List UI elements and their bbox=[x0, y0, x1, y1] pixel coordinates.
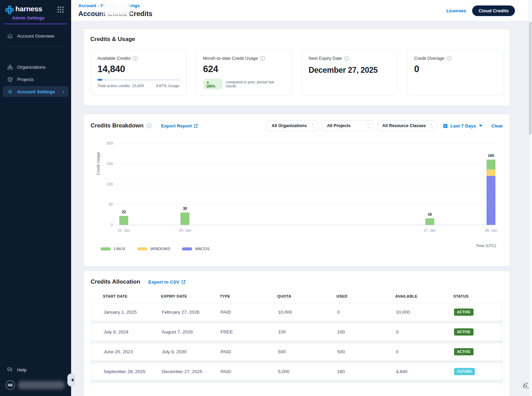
bar-value-label: 22 bbox=[114, 210, 134, 214]
cloud-credits-button[interactable]: Cloud Credits bbox=[472, 5, 515, 16]
calendar-icon bbox=[443, 123, 448, 128]
credits-breakdown-title: Credits Breakdown bbox=[91, 122, 144, 129]
module-subtitle: Admin Settings bbox=[12, 15, 71, 21]
cell-expiry: July 8, 2030 bbox=[162, 349, 221, 354]
y-tick-label: 150 bbox=[99, 162, 113, 166]
column-header: EXPIRY DATE bbox=[161, 294, 220, 298]
collapse-arrow-icon bbox=[71, 378, 74, 382]
chevron-down-icon: ˆˍ bbox=[426, 124, 433, 128]
user-row[interactable]: NB bbox=[0, 375, 71, 393]
legend-item-macos[interactable]: MACOS bbox=[182, 247, 210, 251]
bar-segment-macos bbox=[487, 176, 495, 225]
legend-swatch bbox=[101, 247, 111, 250]
scrollbar[interactable] bbox=[529, 0, 532, 396]
cell-used: 500 bbox=[337, 349, 396, 354]
stat-label: Available Credits bbox=[97, 56, 131, 61]
resource-classes-select[interactable]: All Resource Classesˆˍ bbox=[377, 120, 437, 131]
sidebar: harness Admin Settings Account Overview … bbox=[0, 0, 71, 396]
clear-filters-link[interactable]: Clear bbox=[491, 123, 503, 128]
available-credits-value: 14,840 bbox=[97, 64, 179, 74]
info-icon[interactable]: i bbox=[133, 56, 138, 61]
chevron-right-icon: › bbox=[63, 89, 64, 94]
y-tick-label: 100 bbox=[99, 182, 113, 186]
sidebar-bottom: ? Help NB bbox=[0, 364, 71, 396]
chart-bar-22-jan[interactable] bbox=[119, 216, 128, 225]
projects-select[interactable]: All Projectsˆˍ bbox=[322, 120, 373, 131]
legend-label: LINUX bbox=[114, 247, 125, 251]
gridline bbox=[116, 184, 496, 184]
cell-start: September 28, 2025 bbox=[104, 369, 162, 374]
allocation-header: START DATEEXPIRY DATETYPEQUOTAUSEDAVAILA… bbox=[91, 294, 503, 303]
bar-value-label: 16 bbox=[420, 212, 440, 216]
cell-expiry: August 7, 2028 bbox=[162, 329, 221, 334]
chart-bar-27-jan[interactable] bbox=[425, 218, 434, 225]
cell-start: January 1, 2025 bbox=[104, 310, 162, 315]
licenses-link[interactable]: Licenses bbox=[447, 8, 466, 13]
sidebar-item-account-overview[interactable]: Account Overview bbox=[3, 30, 68, 41]
nav-divider bbox=[4, 46, 67, 46]
sidebar-item-label: Account Overview bbox=[17, 33, 54, 39]
date-range-label: Last 7 Days bbox=[450, 123, 476, 128]
info-icon[interactable]: i bbox=[447, 56, 451, 61]
sidebar-item-organizations[interactable]: Organizations bbox=[3, 62, 68, 72]
chart-legend: LINUXWINDOWSMACOS bbox=[101, 247, 210, 251]
app-grid-menu-icon[interactable] bbox=[57, 6, 64, 13]
gridline bbox=[116, 163, 496, 164]
bar-segment-linux bbox=[181, 213, 189, 225]
export-csv-link[interactable]: Export to CSV bbox=[148, 279, 186, 285]
scrollbar-thumb[interactable] bbox=[529, 22, 532, 135]
sidebar-collapse-handle[interactable] bbox=[67, 373, 75, 386]
organizations-select[interactable]: All Organizationsˆˍ bbox=[267, 120, 318, 131]
x-tick bbox=[185, 225, 185, 227]
sidebar-item-account-settings[interactable]: Account Settings › bbox=[3, 86, 68, 97]
credit-overage-card: Credit Overage i 0 bbox=[407, 50, 503, 95]
bar-segment-windows bbox=[487, 169, 495, 176]
mtd-usage-card: Month-to-date Credit Usage i 624 ▲ 186% … bbox=[196, 50, 292, 95]
credits-breakdown-section: Credits Breakdown i Export Report All Or… bbox=[83, 114, 510, 267]
info-icon[interactable]: i bbox=[344, 56, 349, 61]
projects-cube-icon bbox=[7, 76, 13, 82]
legend-item-linux[interactable]: LINUX bbox=[101, 247, 125, 251]
legend-swatch bbox=[137, 247, 147, 250]
chevron-down-icon: ˆˍ bbox=[307, 124, 315, 128]
page-header: Account - Product › Settings Account Clo… bbox=[71, 0, 532, 21]
breadcrumb-account[interactable]: Account bbox=[78, 3, 96, 8]
chart-bar-23-jan[interactable] bbox=[181, 213, 189, 225]
chart-plot: 0501001502002222. Jan3023. Jan1627. Jan1… bbox=[116, 144, 496, 225]
column-header: STATUS bbox=[453, 294, 503, 298]
bar-segment-linux bbox=[487, 160, 495, 169]
y-tick-label: 200 bbox=[99, 141, 113, 145]
column-header: USED bbox=[336, 294, 395, 298]
info-icon[interactable]: i bbox=[147, 123, 151, 128]
next-expiry-card: Next Expiry Date i December 27, 2025 bbox=[302, 50, 398, 95]
table-row: September 28, 2025December 27, 2025PAID5… bbox=[91, 363, 503, 381]
bar-segment-linux bbox=[119, 216, 128, 225]
credits-allocation-title: Credits Allocation bbox=[91, 278, 140, 285]
info-icon[interactable]: i bbox=[260, 56, 265, 61]
legend-label: MACOS bbox=[195, 247, 210, 251]
status-badge: ACTIVE bbox=[454, 328, 474, 336]
brand: harness bbox=[0, 0, 71, 15]
cell-start: July 8, 2024 bbox=[104, 329, 162, 334]
avatar[interactable]: NB bbox=[5, 380, 15, 390]
credit-usage-chart: Credit Usage 0501001502002222. Jan3023. … bbox=[91, 134, 503, 241]
credits-usage-title: Credits & Usage bbox=[90, 36, 503, 43]
export-report-link[interactable]: Export Report bbox=[161, 123, 198, 128]
gridline bbox=[116, 143, 496, 143]
sidebar-item-label: Projects bbox=[17, 77, 34, 82]
help-button[interactable]: ? Help bbox=[0, 364, 71, 375]
date-range-picker[interactable]: Last 7 Days bbox=[443, 123, 482, 128]
delta-badge: ▲ 186% bbox=[203, 79, 223, 90]
bar-value-label: 30 bbox=[175, 206, 195, 210]
column-header: TYPE bbox=[220, 294, 277, 298]
sidebar-item-projects[interactable]: Projects bbox=[3, 74, 68, 85]
cell-expiry: February 27, 2026 bbox=[162, 310, 221, 315]
chart-bar-28-jan[interactable] bbox=[487, 160, 495, 225]
cell-available: 10,000 bbox=[396, 310, 454, 315]
legend-item-windows[interactable]: WINDOWS bbox=[137, 247, 170, 251]
cell-used: 100 bbox=[337, 329, 396, 334]
legend-label: WINDOWS bbox=[150, 247, 170, 251]
y-tick-label: 50 bbox=[99, 202, 113, 206]
cell-quota: 5,000 bbox=[278, 369, 337, 374]
redacted-username bbox=[18, 381, 65, 389]
